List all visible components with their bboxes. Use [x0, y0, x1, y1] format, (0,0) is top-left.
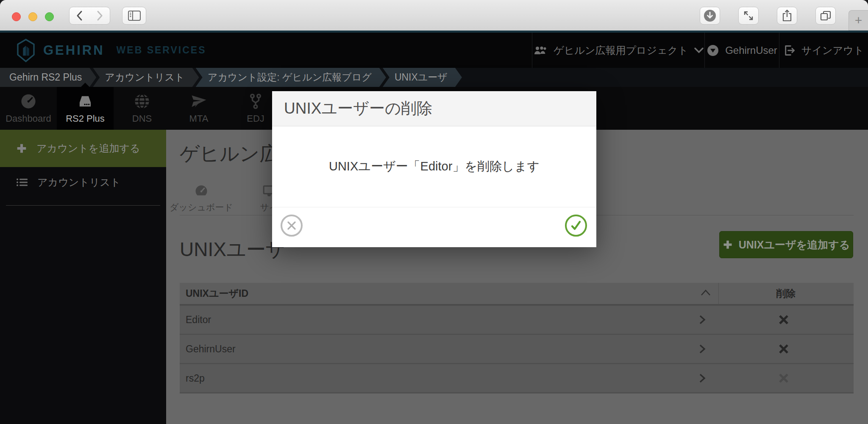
delete-unix-user-modal: UNIXユーザーの削除 UNIXユーザー「Editor」を削除します: [272, 91, 596, 247]
globe-icon: [133, 92, 151, 110]
sidebar-divider: [6, 205, 160, 206]
app-window: + GEHIRN WEB SERVICES ゲヒルン広報用プロジェクト Gehi…: [0, 0, 868, 424]
breadcrumb-item-account-list[interactable]: アカウントリスト: [93, 68, 199, 87]
breadcrumb: Gehirn RS2 Plus アカウントリスト アカウント設定: ゲヒルン広報…: [0, 68, 868, 87]
chevron-down-icon: [694, 47, 704, 53]
section-title: UNIXユーザ: [180, 237, 286, 263]
zoom-window-button[interactable]: [45, 12, 54, 21]
confirm-check-icon: [570, 219, 582, 232]
gauge-icon: [19, 92, 37, 110]
sidebar-item-label: アカウントリスト: [37, 176, 121, 189]
modal-header: UNIXユーザーの削除: [272, 91, 596, 126]
gauge-icon: [194, 183, 209, 198]
chevron-right-icon[interactable]: [698, 373, 706, 385]
tab-overview-button[interactable]: [815, 7, 836, 25]
server-icon: [76, 92, 95, 110]
cancel-x-icon: [286, 220, 297, 231]
nav-tab-dashboard[interactable]: Dashboard: [0, 87, 57, 130]
project-name: ゲヒルン広報用プロジェクト: [554, 44, 688, 57]
plus-icon: [16, 143, 27, 154]
table-row-editor[interactable]: Editor: [180, 306, 854, 335]
sidebar-toggle-icon: [128, 10, 141, 21]
delete-user-icon[interactable]: [778, 343, 790, 357]
table-row-rs2p[interactable]: rs2p: [180, 364, 854, 393]
avatar-icon: [707, 44, 719, 57]
tab-overview-icon: [820, 10, 832, 21]
table-row-gehirnuser[interactable]: GehirnUser: [180, 335, 854, 364]
user-name: GehirnUser: [725, 45, 777, 56]
add-unix-user-label: UNIXユーザを追加する: [739, 238, 850, 252]
brand-name: GEHIRN: [43, 43, 105, 58]
back-icon: [75, 10, 84, 22]
signout-label: サインアウト: [801, 44, 864, 57]
unix-user-id: Editor: [186, 306, 211, 334]
browser-toolbar: +: [0, 0, 868, 31]
confirm-button[interactable]: [565, 215, 587, 237]
tab-label: ダッシュボード: [170, 201, 233, 213]
column-header-delete: 削除: [718, 283, 854, 304]
sort-caret-icon[interactable]: [700, 289, 711, 298]
back-button[interactable]: [69, 7, 90, 25]
project-selector[interactable]: ゲヒルン広報用プロジェクト: [532, 33, 704, 68]
close-window-button[interactable]: [12, 12, 21, 21]
new-tab-label: +: [855, 13, 862, 28]
modal-message: UNIXユーザー「Editor」を削除します: [272, 126, 596, 207]
forward-button[interactable]: [89, 7, 110, 25]
nav-tab-label: MTA: [189, 113, 209, 124]
column-header-unix-user-id[interactable]: UNIXユーザID: [186, 283, 248, 304]
share-button[interactable]: [777, 7, 797, 25]
chevron-right-icon[interactable]: [698, 315, 706, 326]
nav-tab-rs2plus[interactable]: RS2 Plus: [57, 87, 114, 130]
breadcrumb-item-account-settings[interactable]: アカウント設定: ゲヒルン広報ブログ: [196, 68, 386, 87]
nav-tab-label: Dashboard: [6, 113, 51, 124]
breadcrumb-label: UNIXユーザ: [395, 71, 448, 84]
downloads-button[interactable]: [700, 7, 720, 25]
delete-user-icon[interactable]: [778, 314, 790, 327]
sidebar-toggle-button[interactable]: [122, 7, 146, 25]
minimize-window-button[interactable]: [28, 12, 37, 21]
unix-user-id: GehirnUser: [186, 335, 236, 363]
users-icon: [533, 45, 548, 56]
signout-icon: [784, 45, 796, 56]
cancel-button[interactable]: [281, 215, 303, 237]
nav-tab-label: EDJ: [247, 113, 264, 124]
plus-icon: [723, 240, 733, 250]
brand-logo[interactable]: GEHIRN WEB SERVICES: [16, 33, 206, 68]
add-unix-user-button[interactable]: UNIXユーザを追加する: [719, 231, 853, 258]
breadcrumb-label: アカウント設定: ゲヒルン広報ブログ: [208, 71, 372, 84]
fullscreen-button[interactable]: [738, 7, 759, 25]
unix-user-id: rs2p: [186, 364, 205, 392]
sidebar-item-add-account[interactable]: アカウントを追加する: [0, 130, 166, 167]
table-header: UNIXユーザID 削除: [180, 283, 854, 306]
forward-icon: [95, 10, 104, 22]
breadcrumb-label: Gehirn RS2 Plus: [9, 72, 82, 83]
nav-tab-mta[interactable]: MTA: [170, 87, 227, 130]
fullscreen-icon: [743, 10, 754, 22]
sidebar-item-account-list[interactable]: アカウントリスト: [0, 167, 166, 198]
paper-plane-icon: [189, 92, 208, 110]
account-page-title: ゲヒルン広: [180, 141, 279, 167]
nav-tab-label: RS2 Plus: [66, 113, 105, 124]
new-tab-button[interactable]: +: [849, 10, 868, 31]
nav-tab-dns[interactable]: DNS: [114, 87, 170, 130]
tab-dashboard[interactable]: ダッシュボード: [170, 183, 233, 213]
unix-user-table: Editor GehirnUser rs2p: [180, 306, 854, 393]
breadcrumb-item-unix-user[interactable]: UNIXユーザ: [383, 68, 462, 87]
nav-tab-label: DNS: [132, 113, 152, 124]
modal-footer: [272, 207, 596, 247]
fork-icon: [247, 92, 264, 110]
gehirn-shield-icon: [16, 39, 36, 62]
share-icon: [782, 9, 793, 22]
brand-subtitle: WEB SERVICES: [117, 45, 206, 56]
modal-title: UNIXユーザーの削除: [284, 98, 432, 119]
site-header: GEHIRN WEB SERVICES ゲヒルン広報用プロジェクト Gehirn…: [0, 33, 868, 68]
delete-user-icon[interactable]: [778, 372, 790, 386]
list-icon: [16, 177, 28, 187]
signout-button[interactable]: サインアウト: [779, 33, 868, 68]
sidebar: アカウントを追加する アカウントリスト: [0, 130, 166, 424]
sidebar-item-label: アカウントを追加する: [36, 142, 140, 155]
chevron-right-icon[interactable]: [698, 344, 706, 356]
user-menu[interactable]: GehirnUser: [704, 33, 779, 68]
breadcrumb-label: アカウントリスト: [105, 71, 184, 84]
download-icon: [703, 9, 717, 22]
